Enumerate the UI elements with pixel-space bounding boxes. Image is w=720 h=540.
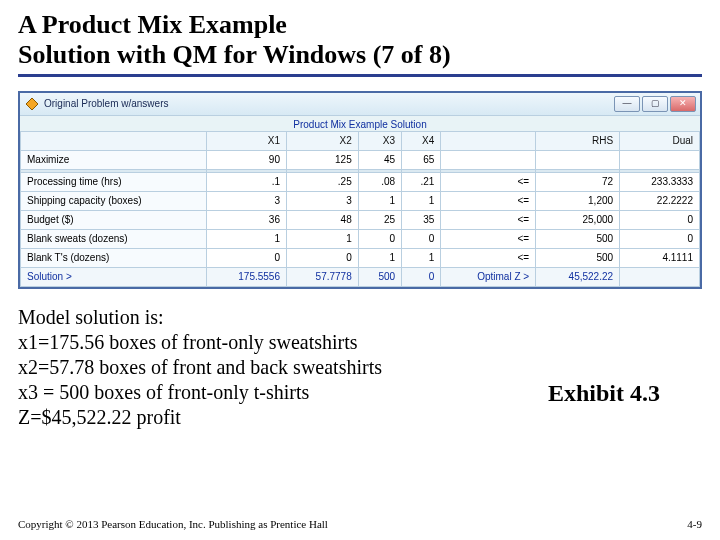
- cell: 25: [358, 210, 401, 229]
- cell: 90: [207, 150, 287, 169]
- col-rhs: RHS: [536, 131, 620, 150]
- cell: 45,522.22: [536, 267, 620, 286]
- col-x2: X2: [286, 131, 358, 150]
- cell: .25: [286, 172, 358, 191]
- table-row: Blank T's (dozens)0011<=5004.1111: [21, 248, 700, 267]
- cell: 0: [207, 248, 287, 267]
- cell: 500: [536, 229, 620, 248]
- cell: 0: [286, 248, 358, 267]
- cell: Optimal Z >: [441, 267, 536, 286]
- qm-titlebar: Original Problem w/answers — ▢ ✕: [20, 93, 700, 116]
- cell: <=: [441, 210, 536, 229]
- cell: 65: [402, 150, 441, 169]
- close-button[interactable]: ✕: [670, 96, 696, 112]
- cell: 4.1111: [620, 248, 700, 267]
- cell: 0: [620, 210, 700, 229]
- cell: 500: [358, 267, 401, 286]
- maximize-button[interactable]: ▢: [642, 96, 668, 112]
- cell: 1: [207, 229, 287, 248]
- exhibit-label: Exhibit 4.3: [548, 380, 660, 407]
- cell: 1,200: [536, 191, 620, 210]
- cell: [441, 150, 536, 169]
- cell: 3: [286, 191, 358, 210]
- qm-table: X1 X2 X3 X4 RHS Dual Maximize901254565Pr…: [20, 131, 700, 287]
- footer-copyright: Copyright © 2013 Pearson Education, Inc.…: [18, 518, 328, 530]
- qm-window-title: Original Problem w/answers: [44, 98, 169, 109]
- table-row: Shipping capacity (boxes)3311<=1,20022.2…: [21, 191, 700, 210]
- cell: 45: [358, 150, 401, 169]
- qm-window: Original Problem w/answers — ▢ ✕ Product…: [18, 91, 702, 289]
- col-blank: [21, 131, 207, 150]
- minimize-button[interactable]: —: [614, 96, 640, 112]
- cell: Budget ($): [21, 210, 207, 229]
- body-line: Z=$45,522.22 profit: [18, 405, 702, 430]
- cell: Blank T's (dozens): [21, 248, 207, 267]
- cell: 1: [358, 191, 401, 210]
- cell: 22.2222: [620, 191, 700, 210]
- cell: 0: [402, 229, 441, 248]
- cell: 48: [286, 210, 358, 229]
- cell: 500: [536, 248, 620, 267]
- footer-page: 4-9: [687, 518, 702, 530]
- table-row: Blank sweats (dozens)1100<=5000: [21, 229, 700, 248]
- cell: Shipping capacity (boxes): [21, 191, 207, 210]
- svg-marker-0: [26, 98, 38, 110]
- table-row: Budget ($)36482535<=25,0000: [21, 210, 700, 229]
- slide-title-line1: A Product Mix Example: [18, 10, 287, 39]
- cell: 1: [402, 248, 441, 267]
- cell: <=: [441, 172, 536, 191]
- cell: 175.5556: [207, 267, 287, 286]
- cell: [536, 150, 620, 169]
- table-row: Processing time (hrs).1.25.08.21<=72233.…: [21, 172, 700, 191]
- cell: 36: [207, 210, 287, 229]
- col-x3: X3: [358, 131, 401, 150]
- cell: 1: [286, 229, 358, 248]
- solution-row: Solution >175.555657.77785000Optimal Z >…: [21, 267, 700, 286]
- cell: Processing time (hrs): [21, 172, 207, 191]
- qm-subtitle: Product Mix Example Solution: [20, 116, 700, 131]
- body-line: x1=175.56 boxes of front-only sweatshirt…: [18, 330, 702, 355]
- cell: 3: [207, 191, 287, 210]
- cell: .1: [207, 172, 287, 191]
- cell: Blank sweats (dozens): [21, 229, 207, 248]
- app-icon: [24, 96, 40, 112]
- col-x4: X4: [402, 131, 441, 150]
- cell: [620, 267, 700, 286]
- cell: Maximize: [21, 150, 207, 169]
- cell: 72: [536, 172, 620, 191]
- cell: 0: [358, 229, 401, 248]
- cell: 125: [286, 150, 358, 169]
- cell: 0: [402, 267, 441, 286]
- table-row: Maximize901254565: [21, 150, 700, 169]
- cell: <=: [441, 229, 536, 248]
- col-rel: [441, 131, 536, 150]
- cell: 25,000: [536, 210, 620, 229]
- cell: <=: [441, 191, 536, 210]
- body-line: x2=57.78 boxes of front and back sweatsh…: [18, 355, 702, 380]
- col-x1: X1: [207, 131, 287, 150]
- cell: .21: [402, 172, 441, 191]
- col-dual: Dual: [620, 131, 700, 150]
- cell: Solution >: [21, 267, 207, 286]
- title-underline: [18, 74, 702, 77]
- cell: 35: [402, 210, 441, 229]
- cell: 1: [402, 191, 441, 210]
- cell: 233.3333: [620, 172, 700, 191]
- cell: 1: [358, 248, 401, 267]
- solution-text: Model solution is: x1=175.56 boxes of fr…: [18, 305, 702, 430]
- cell: 57.7778: [286, 267, 358, 286]
- slide-title-line2: Solution with QM for Windows (7 of 8): [18, 40, 451, 69]
- table-header-row: X1 X2 X3 X4 RHS Dual: [21, 131, 700, 150]
- body-line: Model solution is:: [18, 305, 702, 330]
- cell: .08: [358, 172, 401, 191]
- cell: [620, 150, 700, 169]
- cell: <=: [441, 248, 536, 267]
- cell: 0: [620, 229, 700, 248]
